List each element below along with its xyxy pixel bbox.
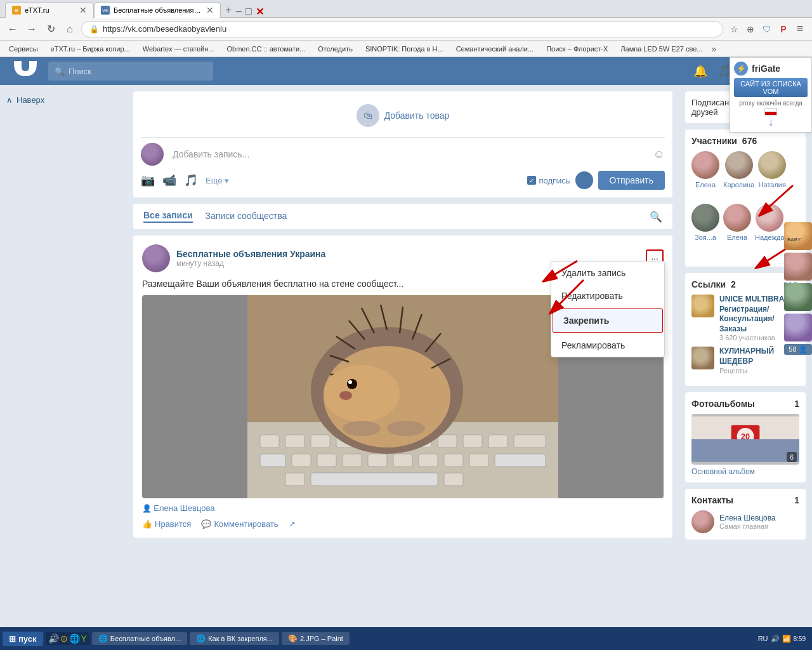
subscribe-check[interactable]: ✓ подпись xyxy=(527,176,570,185)
browser-toolbar: ← → ↻ ⌂ 🔒 https://vk.com/besedkaobyavlen… xyxy=(0,18,812,41)
subscribe-checkbox[interactable]: ✓ xyxy=(527,176,536,185)
edit-post-item[interactable]: Редактировать xyxy=(551,284,664,307)
tab-vk[interactable]: VK Бесплатные объявления У... ✕ xyxy=(94,3,221,18)
frigate-vom-button[interactable]: САЙТ ИЗ СПИСКА VOM xyxy=(734,78,808,97)
tray-icon-1[interactable]: 🔊 xyxy=(48,633,59,644)
member-avatar-5[interactable] xyxy=(723,204,751,232)
tab-etxt[interactable]: e eTXT.ru ✕ xyxy=(5,3,94,18)
bookmark-sinoptik[interactable]: SINOPTIK: Погода в Н... xyxy=(362,44,447,54)
tab-community-posts[interactable]: Записи сообщества xyxy=(206,211,287,222)
chat-count: 58 👤 xyxy=(784,344,812,355)
home-button[interactable]: ⌂ xyxy=(62,22,77,37)
chat-avatar-2[interactable] xyxy=(784,253,812,281)
link-1: UNICE MULTIBRAND/ Регистрация/ Консульта… xyxy=(691,295,799,342)
like-button[interactable]: 👍 Нравится xyxy=(142,519,191,529)
bookmarks-more[interactable]: » xyxy=(712,44,717,54)
posts-search-icon[interactable]: 🔍 xyxy=(650,211,662,223)
bookmark-star-icon[interactable]: ☆ xyxy=(727,22,741,36)
post-author-tag[interactable]: Елена Шевцова xyxy=(154,503,214,513)
member-avatar-3[interactable] xyxy=(758,151,786,179)
svg-rect-27 xyxy=(444,473,463,486)
browser-titlebar: e eTXT.ru ✕ VK Бесплатные объявления У..… xyxy=(0,0,812,18)
photo-action[interactable]: 📷 xyxy=(141,173,155,187)
contact-name[interactable]: Елена Шевцова xyxy=(719,514,776,522)
album-thumbnail[interactable]: 20 6 xyxy=(691,414,799,465)
album-count: 6 xyxy=(787,452,797,462)
tray-network[interactable]: 📶 xyxy=(782,635,791,643)
start-icon: ⊞ xyxy=(9,634,16,644)
bookmark-services[interactable]: Сервисы xyxy=(5,44,42,54)
search-placeholder: Поиск xyxy=(69,67,91,76)
chat-avatar-3[interactable] xyxy=(784,283,812,311)
vk-logo[interactable] xyxy=(13,60,38,83)
start-button[interactable]: ⊞ пуск xyxy=(3,632,43,646)
bookmark-etxt[interactable]: eTXT.ru – Биржа копир... xyxy=(47,44,134,54)
nav-up-button[interactable]: ∧ Наверх xyxy=(6,91,121,109)
lastpass-icon[interactable]: P xyxy=(776,22,790,36)
svg-point-41 xyxy=(347,379,357,389)
members-title: Участники 676 xyxy=(691,136,799,146)
member-avatar-2[interactable] xyxy=(725,151,753,179)
vk-search[interactable]: 🔍 Поиск xyxy=(48,62,213,81)
reload-button[interactable]: ↻ xyxy=(43,22,58,37)
forward-button[interactable]: → xyxy=(24,22,39,37)
tab-close-etxt[interactable]: ✕ xyxy=(79,5,87,15)
window-minimize[interactable]: – xyxy=(236,6,242,17)
current-user-avatar xyxy=(141,143,164,166)
share-button[interactable]: ↗ xyxy=(289,519,296,529)
emoji-button[interactable]: ☺ xyxy=(653,148,665,161)
window-maximize[interactable]: □ xyxy=(246,6,252,17)
comment-button[interactable]: 💬 Комментировать xyxy=(201,519,278,529)
menu-icon[interactable]: ≡ xyxy=(793,22,807,36)
back-button[interactable]: ← xyxy=(5,22,20,37)
new-tab-button[interactable]: + xyxy=(221,3,236,18)
post-as-avatar[interactable] xyxy=(575,171,593,189)
music-action[interactable]: 🎵 xyxy=(184,173,198,187)
security-icon[interactable]: 🛡 xyxy=(760,22,774,36)
pin-post-item[interactable]: Закрепить xyxy=(553,308,663,333)
taskbar-browser-2[interactable]: 🌐 Как в ВК закрепля... xyxy=(190,632,279,645)
bookmark-semantic[interactable]: Семантический анали... xyxy=(452,44,538,54)
tray-volume[interactable]: 🔊 xyxy=(771,635,780,643)
address-bar[interactable]: 🔒 https://vk.com/besedkaobyavleniu xyxy=(81,21,723,37)
contacts-count: 1 xyxy=(794,495,799,505)
bookmark-webartex[interactable]: Webartex — статейн... xyxy=(139,44,218,54)
taskbar-paint[interactable]: 🎨 2.JPG – Paint xyxy=(282,632,350,645)
member-avatar-4[interactable] xyxy=(691,204,719,232)
tab-all-posts[interactable]: Все записи xyxy=(143,210,193,223)
more-action[interactable]: Ещё ▾ xyxy=(206,176,229,185)
album-label[interactable]: Основной альбом xyxy=(691,467,799,476)
promote-post-item[interactable]: Рекламировать xyxy=(551,334,664,357)
system-tray-left: 🔊 ⊙ 🌐 Y xyxy=(46,632,89,645)
post-author-name[interactable]: Бесплатные объявления Украина xyxy=(176,249,639,259)
member-avatar-1[interactable] xyxy=(691,151,719,179)
bookmark-otsledit[interactable]: Отследить xyxy=(314,44,357,54)
like-icon: 👍 xyxy=(142,519,152,529)
posts-tabs: Все записи Записи сообщества 🔍 xyxy=(133,204,672,229)
submit-post-button[interactable]: Отправить xyxy=(598,171,665,190)
author-icon: 👤 xyxy=(142,504,154,513)
bookmark-florist[interactable]: Поиск – Флорист-Х xyxy=(542,44,612,54)
notifications-icon[interactable]: 🔔 xyxy=(693,64,707,78)
window-close[interactable]: ✕ xyxy=(256,6,264,18)
bookmark-lamp[interactable]: Лампа LED 5W E27 све... xyxy=(617,44,706,54)
chat-avatar-4[interactable] xyxy=(784,314,812,342)
frigate-panel: ⚡ friGate САЙТ ИЗ СПИСКА VOM proxy включ… xyxy=(730,57,812,133)
tray-icon-2[interactable]: ⊙ xyxy=(60,633,68,644)
add-product-button[interactable]: 🛍 Добавить товар xyxy=(141,99,665,132)
svg-rect-16 xyxy=(292,454,311,467)
extensions-icon[interactable]: ⊕ xyxy=(743,22,757,36)
video-action[interactable]: 📹 xyxy=(162,173,176,187)
bookmark-obmen[interactable]: Obmen.CC :: автомати... xyxy=(223,44,309,54)
tray-icon-4[interactable]: Y xyxy=(81,633,87,644)
content-area: ∧ Наверх 🛍 Добавить товар Добавить запис… xyxy=(0,85,812,650)
tab-title-vk: Бесплатные объявления У... xyxy=(114,6,202,14)
svg-rect-26 xyxy=(311,473,438,486)
post-input-field[interactable]: Добавить запись... xyxy=(170,147,647,162)
chat-avatar-1[interactable]: BABY xyxy=(784,222,812,250)
taskbar-item-label-2: Как в ВК закрепля... xyxy=(208,635,273,642)
tab-close-vk[interactable]: ✕ xyxy=(206,5,214,15)
delete-post-item[interactable]: Удалить запись xyxy=(551,262,664,284)
taskbar-browser-1[interactable]: 🌐 Бесплатные объявл... xyxy=(92,632,187,645)
tray-icon-3[interactable]: 🌐 xyxy=(69,633,80,644)
